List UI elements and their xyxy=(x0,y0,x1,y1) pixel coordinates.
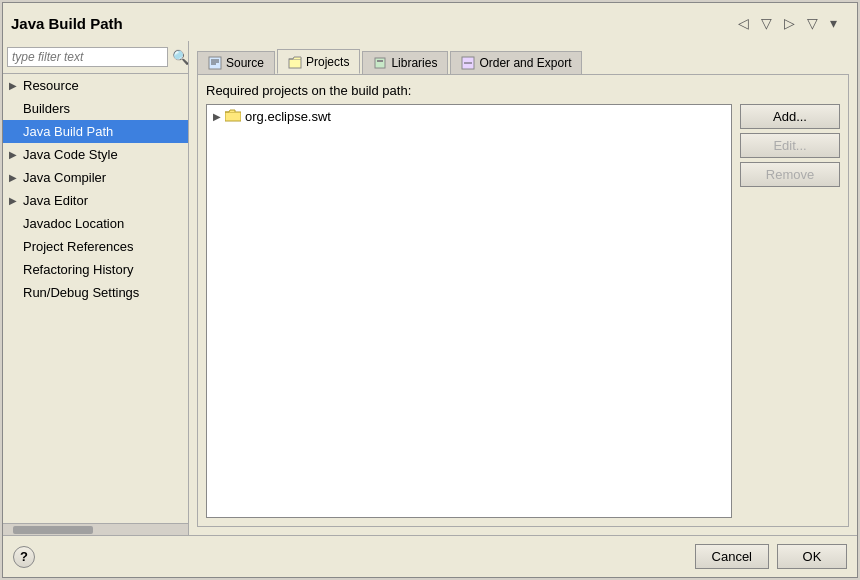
sidebar-item-label: Java Compiler xyxy=(23,170,106,185)
projects-tab-icon xyxy=(288,55,302,69)
tab-source-label: Source xyxy=(226,56,264,70)
sidebar: 🔍 ▶ Resource Builders Java Build Path xyxy=(3,41,189,535)
tab-projects[interactable]: Projects xyxy=(277,49,360,74)
ok-button[interactable]: OK xyxy=(777,544,847,569)
expand-arrow: ▶ xyxy=(9,80,17,91)
sidebar-item-label: Java Editor xyxy=(23,193,88,208)
source-tab-icon xyxy=(208,56,222,70)
svg-rect-4 xyxy=(289,59,301,68)
sidebar-item-label: Builders xyxy=(23,101,70,116)
sidebar-item-run-debug-settings[interactable]: Run/Debug Settings xyxy=(3,281,188,304)
main-content: Source Projects Libraries xyxy=(189,41,857,535)
sidebar-item-label: Javadoc Location xyxy=(23,216,124,231)
project-name: org.eclipse.swt xyxy=(245,109,331,124)
sidebar-filter-area: 🔍 xyxy=(3,41,188,74)
tab-content-panel: Required projects on the build path: ▶ xyxy=(197,74,849,527)
clear-filter-icon[interactable]: 🔍 xyxy=(172,49,189,65)
svg-rect-5 xyxy=(375,58,385,68)
folder-icon xyxy=(225,108,241,125)
footer-left: ? xyxy=(13,546,35,568)
tab-libraries-label: Libraries xyxy=(391,56,437,70)
sidebar-item-java-code-style[interactable]: ▶ Java Code Style xyxy=(3,143,188,166)
sidebar-item-label: Project References xyxy=(23,239,134,254)
sidebar-item-javadoc-location[interactable]: Javadoc Location xyxy=(3,212,188,235)
tab-order-export-label: Order and Export xyxy=(479,56,571,70)
edit-button[interactable]: Edit... xyxy=(740,133,840,158)
dialog: Java Build Path ◁ ▽ ▷ ▽ ▾ 🔍 ▶ Resource xyxy=(2,2,858,578)
filter-input[interactable] xyxy=(7,47,168,67)
sidebar-item-label: Java Build Path xyxy=(23,124,113,139)
svg-rect-0 xyxy=(209,57,221,69)
sidebar-item-resource[interactable]: ▶ Resource xyxy=(3,74,188,97)
libraries-tab-icon xyxy=(373,56,387,70)
tab-libraries[interactable]: Libraries xyxy=(362,51,448,74)
order-export-tab-icon xyxy=(461,56,475,70)
svg-rect-6 xyxy=(377,60,383,62)
back-button[interactable]: ◁ xyxy=(734,13,753,33)
required-projects-label: Required projects on the build path: xyxy=(206,83,840,98)
remove-button[interactable]: Remove xyxy=(740,162,840,187)
sidebar-item-label: Refactoring History xyxy=(23,262,134,277)
svg-rect-9 xyxy=(225,112,241,121)
expand-arrow: ▶ xyxy=(9,149,17,160)
content-row: ▶ org.eclipse.swt Add... xyxy=(206,104,840,518)
sidebar-item-java-build-path[interactable]: Java Build Path xyxy=(3,120,188,143)
expand-arrow: ▶ xyxy=(9,195,17,206)
sidebar-item-java-compiler[interactable]: ▶ Java Compiler xyxy=(3,166,188,189)
sidebar-item-label: Run/Debug Settings xyxy=(23,285,139,300)
list-item[interactable]: ▶ org.eclipse.swt xyxy=(207,105,731,128)
sidebar-scrollbar[interactable] xyxy=(3,523,188,535)
side-buttons: Add... Edit... Remove xyxy=(740,104,840,518)
project-list[interactable]: ▶ org.eclipse.swt xyxy=(206,104,732,518)
item-expand-arrow: ▶ xyxy=(213,111,221,122)
sidebar-items-list: ▶ Resource Builders Java Build Path ▶ Ja… xyxy=(3,74,188,523)
toolbar: ◁ ▽ ▷ ▽ ▾ xyxy=(726,9,849,37)
tab-order-export[interactable]: Order and Export xyxy=(450,51,582,74)
tab-bar: Source Projects Libraries xyxy=(197,49,849,74)
add-button[interactable]: Add... xyxy=(740,104,840,129)
dialog-title: Java Build Path xyxy=(11,15,123,32)
cancel-button[interactable]: Cancel xyxy=(695,544,769,569)
tab-projects-label: Projects xyxy=(306,55,349,69)
back-down-button[interactable]: ▽ xyxy=(757,13,776,33)
sidebar-item-java-editor[interactable]: ▶ Java Editor xyxy=(3,189,188,212)
help-button[interactable]: ? xyxy=(13,546,35,568)
sidebar-item-builders[interactable]: Builders xyxy=(3,97,188,120)
sidebar-item-project-references[interactable]: Project References xyxy=(3,235,188,258)
forward-button[interactable]: ▷ xyxy=(780,13,799,33)
footer-right: Cancel OK xyxy=(695,544,847,569)
menu-button[interactable]: ▾ xyxy=(826,13,841,33)
tab-source[interactable]: Source xyxy=(197,51,275,74)
sidebar-item-refactoring-history[interactable]: Refactoring History xyxy=(3,258,188,281)
dialog-footer: ? Cancel OK xyxy=(3,535,857,577)
sidebar-item-label: Java Code Style xyxy=(23,147,118,162)
expand-arrow: ▶ xyxy=(9,172,17,183)
scrollbar-thumb[interactable] xyxy=(13,526,93,534)
sidebar-item-label: Resource xyxy=(23,78,79,93)
forward-down-button[interactable]: ▽ xyxy=(803,13,822,33)
